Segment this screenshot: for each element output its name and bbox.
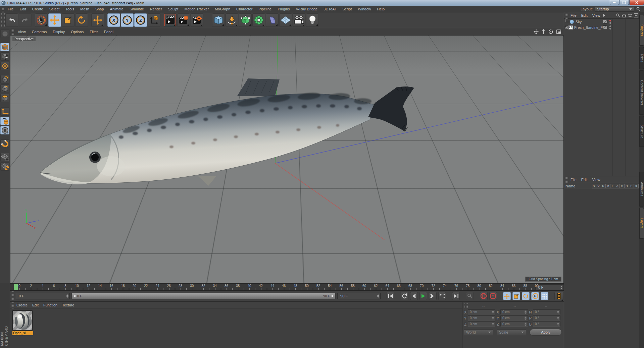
- tab-attributes[interactable]: Attributes: [639, 172, 644, 207]
- frame-range-slider[interactable]: 0 F 90 F: [71, 293, 336, 299]
- viewport-menu-item[interactable]: Options: [68, 29, 87, 35]
- maximize-button[interactable]: [620, 0, 629, 5]
- materials-menu-item[interactable]: Create: [14, 302, 30, 308]
- next-frame-button[interactable]: [429, 292, 437, 300]
- coords-grip[interactable]: [464, 303, 468, 308]
- objects-menu-item[interactable]: View: [590, 13, 603, 18]
- timeline-ruler[interactable]: 0246810121416182022242628303234363840424…: [10, 283, 564, 291]
- camera-button[interactable]: [293, 13, 305, 27]
- spinner-arrows[interactable]: [560, 286, 563, 289]
- layers-grip[interactable]: [564, 176, 568, 183]
- layer-toggle-icon[interactable]: [603, 25, 607, 29]
- materials-menu-item[interactable]: Function: [41, 302, 60, 308]
- menubar-grip[interactable]: [0, 6, 4, 12]
- play-loop-button[interactable]: [438, 292, 446, 300]
- layer-flag-column[interactable]: V: [596, 184, 601, 188]
- menu-item[interactable]: 3DToAll: [320, 6, 339, 12]
- layer-flag-column[interactable]: S: [592, 184, 596, 188]
- workplane-sync-button[interactable]: [0, 162, 9, 171]
- layer-flag-column[interactable]: L: [610, 184, 615, 188]
- deformer-button[interactable]: [266, 13, 279, 27]
- viewport-menu-item[interactable]: View: [15, 29, 29, 35]
- undo-button[interactable]: [5, 13, 18, 27]
- add-panel-icon[interactable]: [634, 13, 638, 17]
- rotation-h-field[interactable]: 0 °: [533, 309, 560, 314]
- slider-right-arrow-icon[interactable]: [330, 295, 335, 297]
- rotate-view-icon[interactable]: [548, 29, 553, 34]
- y-axis-lock-button[interactable]: Y: [121, 13, 134, 27]
- object-name[interactable]: Sky: [576, 20, 582, 24]
- menu-item[interactable]: Script: [339, 6, 355, 12]
- tab-objects[interactable]: Objects: [639, 15, 644, 46]
- spline-pen-button[interactable]: [226, 13, 238, 27]
- visibility-dot-render[interactable]: [609, 22, 611, 24]
- viewport-view-label[interactable]: Perspective: [12, 37, 36, 41]
- coordinate-system-button[interactable]: [148, 13, 160, 27]
- size-z-field[interactable]: 0 cm: [500, 322, 528, 327]
- menu-item[interactable]: Create: [29, 6, 46, 12]
- key-rotation-button[interactable]: [522, 292, 530, 300]
- menu-item[interactable]: Help: [374, 6, 388, 12]
- render-settings-button[interactable]: [191, 13, 203, 27]
- layer-flag-column[interactable]: R: [601, 184, 606, 188]
- position-z-field[interactable]: 0 cm: [468, 322, 495, 327]
- autokey-button[interactable]: [480, 292, 488, 300]
- texture-mode-button[interactable]: [0, 52, 9, 61]
- materials-menu-item[interactable]: Edit: [30, 302, 41, 308]
- move-tool-button[interactable]: [48, 13, 61, 27]
- menu-item[interactable]: Character: [233, 6, 255, 12]
- visibility-dot-editor[interactable]: [609, 20, 611, 21]
- key-position-button[interactable]: [503, 292, 511, 300]
- tweak-mode-button[interactable]: [0, 117, 9, 125]
- menu-overflow-icon[interactable]: [603, 14, 605, 17]
- redo-button[interactable]: [19, 13, 32, 27]
- menu-item[interactable]: Plugins: [275, 6, 293, 12]
- record-keyframe-button[interactable]: [466, 292, 474, 300]
- minimize-button[interactable]: [610, 0, 619, 5]
- snap-settings-button[interactable]: S: [0, 126, 9, 134]
- previous-frame-button[interactable]: [410, 292, 418, 300]
- menu-item[interactable]: Motion Tracker: [181, 6, 212, 12]
- viewport-menu-item[interactable]: Cameras: [29, 29, 50, 35]
- home-icon[interactable]: [622, 13, 626, 17]
- menu-item[interactable]: V-Ray Bridge: [293, 6, 321, 12]
- polygons-mode-button[interactable]: [0, 94, 9, 102]
- menu-item[interactable]: Edit: [17, 6, 29, 12]
- layers-menu-item[interactable]: Edit: [579, 177, 590, 182]
- rotate-tool-button[interactable]: [75, 13, 88, 27]
- timeline-layout-button[interactable]: [554, 292, 564, 300]
- layer-flag-column[interactable]: X: [634, 184, 639, 188]
- current-frame-field[interactable]: 0 F: [16, 293, 70, 299]
- lock-workplane-button[interactable]: [0, 153, 9, 161]
- menu-item[interactable]: Mesh: [77, 6, 92, 12]
- menu-item[interactable]: Select: [46, 6, 63, 12]
- play-button[interactable]: [419, 292, 427, 300]
- mograph-button[interactable]: [252, 13, 265, 27]
- pan-view-icon[interactable]: [534, 29, 539, 34]
- menu-item[interactable]: Tools: [62, 6, 77, 12]
- tab-takes[interactable]: Takes: [639, 47, 644, 69]
- render-view-button[interactable]: [164, 13, 177, 27]
- coordinate-space-dropdown[interactable]: World: [464, 329, 493, 335]
- key-scale-button[interactable]: [512, 292, 520, 300]
- tab-structure[interactable]: Structure: [639, 116, 644, 147]
- live-selection-button[interactable]: [35, 13, 48, 27]
- spinner-arrows[interactable]: [377, 294, 380, 298]
- floor-button[interactable]: [279, 13, 292, 27]
- menu-item[interactable]: Render: [147, 6, 165, 12]
- layer-flag-column[interactable]: D: [625, 184, 629, 188]
- layers-list-empty[interactable]: [564, 189, 639, 348]
- menu-item[interactable]: MoGraph: [212, 6, 233, 12]
- visibility-dot-editor[interactable]: [609, 25, 611, 27]
- menu-item[interactable]: Window: [355, 6, 374, 12]
- paint-setup-button[interactable]: [0, 30, 9, 38]
- enable-snap-button[interactable]: [0, 139, 9, 148]
- objects-menu-item[interactable]: File: [568, 13, 579, 18]
- viewport-canvas[interactable]: Perspective Grid Spacing : 1 cm Y Z X: [10, 36, 564, 283]
- edges-mode-button[interactable]: [0, 84, 9, 93]
- layout-dropdown[interactable]: Startup: [595, 7, 634, 12]
- search-icon[interactable]: [636, 7, 641, 11]
- points-mode-button[interactable]: [0, 75, 9, 83]
- objects-menu-item[interactable]: Edit: [579, 13, 590, 18]
- goto-end-button[interactable]: [452, 292, 460, 300]
